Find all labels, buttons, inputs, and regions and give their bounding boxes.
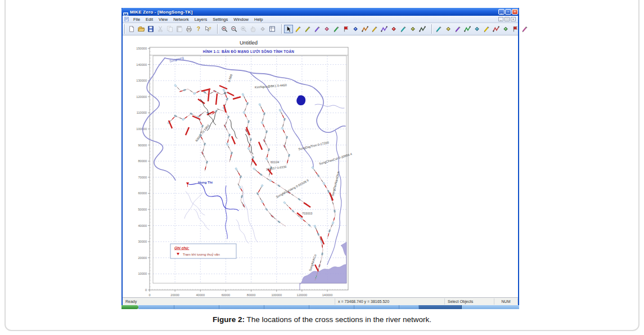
- edit-tool-3-icon[interactable]: [453, 25, 462, 33]
- document-icon: [124, 17, 129, 21]
- connect-branch-tool-icon[interactable]: [351, 25, 360, 33]
- svg-text:?: ?: [197, 26, 200, 32]
- taskbar-segment-5[interactable]: [309, 305, 354, 309]
- figure-page: MIKE Zero - [MongSong-TK] _ ▫ × FileEdit…: [0, 0, 644, 335]
- svg-text:120000: 120000: [136, 95, 147, 99]
- toolbar-group-1: ??: [125, 24, 214, 34]
- toolbar-group-3: [282, 24, 429, 34]
- save-file-icon[interactable]: [146, 25, 155, 33]
- toolbar-group-2: [218, 24, 278, 34]
- taskbar-segment-3[interactable]: [219, 305, 264, 309]
- edit-tool-8-icon[interactable]: [501, 25, 510, 33]
- tabular-view-tool-icon[interactable]: [418, 25, 427, 33]
- figure-label: Figure 2:: [213, 315, 245, 324]
- svg-text:50000: 50000: [138, 208, 147, 211]
- mike-zero-window: MIKE Zero - [MongSong-TK] _ ▫ × FileEdit…: [121, 8, 519, 305]
- map-title: HÌNH 1-1: BẢN ĐỒ MẠNG LƯỚI SÔNG TÍNH TOÁ…: [203, 48, 295, 53]
- svg-text:20000: 20000: [138, 256, 147, 260]
- edit-tool-1-icon[interactable]: [434, 25, 443, 33]
- insert-points-tool-icon[interactable]: [322, 25, 331, 33]
- taskbar-segment-8[interactable]: [419, 305, 462, 309]
- edit-tool-5-icon[interactable]: [472, 25, 481, 33]
- select-arrow-icon[interactable]: [284, 25, 293, 33]
- svg-text:703003: 703003: [302, 212, 312, 215]
- legend-title: Ghi chú:: [174, 246, 189, 250]
- svg-text:80000: 80000: [247, 293, 256, 297]
- auto-connect-tool-icon[interactable]: [370, 25, 379, 33]
- edit-tool-6-icon[interactable]: [482, 25, 491, 33]
- structure-tool-icon[interactable]: [408, 25, 417, 33]
- alignment-tool-icon[interactable]: [399, 25, 408, 33]
- mdi-minimize-button[interactable]: _: [498, 17, 503, 21]
- map-legend: Ghi chú: Trạm khí tượng thuỷ văn: [170, 244, 236, 258]
- svg-text:120000: 120000: [297, 293, 308, 297]
- context-help-icon[interactable]: ?: [204, 25, 213, 33]
- mdi-close-button[interactable]: ×: [511, 17, 516, 21]
- svg-text:130000: 130000: [136, 79, 147, 82]
- menu-layers[interactable]: Layers: [192, 16, 210, 23]
- edit-tool-9-icon[interactable]: [511, 25, 520, 33]
- svg-text:10000: 10000: [138, 272, 147, 275]
- window-titlebar[interactable]: MIKE Zero - [MongSong-TK] _ ▫ ×: [121, 8, 519, 16]
- define-branch-tool-icon[interactable]: [332, 25, 341, 33]
- open-file-icon[interactable]: [137, 25, 146, 33]
- zoom-in-icon[interactable]: [220, 25, 229, 33]
- menu-network[interactable]: Network: [170, 16, 192, 23]
- menu-window[interactable]: Window: [231, 16, 251, 23]
- print-icon[interactable]: [184, 25, 193, 33]
- toolbar: ??: [123, 23, 518, 35]
- svg-text:20000: 20000: [170, 293, 179, 297]
- window-title: MIKE Zero - [MongSong-TK]: [130, 10, 498, 15]
- svg-text:?: ?: [209, 26, 211, 31]
- taskbar-segment-9[interactable]: [462, 305, 519, 309]
- edit-tool-10-icon[interactable]: [520, 25, 529, 33]
- svg-text:40000: 40000: [196, 293, 205, 297]
- taskbar-segment-4[interactable]: [264, 305, 309, 309]
- new-file-icon[interactable]: [127, 25, 136, 33]
- edit-tool-2-icon[interactable]: [444, 25, 453, 33]
- split-branch-tool-icon[interactable]: [389, 25, 398, 33]
- app-icon: [123, 10, 128, 15]
- maximize-button[interactable]: ▫: [505, 9, 511, 15]
- taskbar-segment-2[interactable]: [174, 305, 219, 309]
- status-bar: Ready x = 73468.740 y = 38165.520 Select…: [123, 297, 518, 305]
- svg-text:140000: 140000: [322, 293, 333, 297]
- menu-settings[interactable]: Settings: [210, 16, 231, 23]
- minimize-button[interactable]: _: [498, 9, 505, 15]
- menu-bar: FileEditViewNetworkLayersSettingsWindowH…: [123, 16, 518, 23]
- map-doc-title: Untitled: [240, 39, 258, 46]
- delete-branch-tool-icon[interactable]: [341, 25, 350, 33]
- menu-edit[interactable]: Edit: [143, 16, 156, 23]
- legend-item-label: Trạm khí tượng thuỷ văn: [183, 253, 220, 256]
- start-button[interactable]: [121, 305, 138, 309]
- svg-text:110000: 110000: [137, 111, 147, 114]
- zoom-out-icon[interactable]: [229, 25, 238, 33]
- menu-help[interactable]: Help: [251, 16, 265, 23]
- taskbar-segment-6[interactable]: [354, 305, 399, 309]
- merge-branch-tool-icon[interactable]: [380, 25, 389, 33]
- taskbar-segment-7[interactable]: [399, 305, 419, 309]
- copy-icon: [165, 25, 174, 33]
- svg-text:60000: 60000: [138, 191, 147, 195]
- refresh-icon: [258, 25, 267, 33]
- edit-tool-4-icon[interactable]: [463, 25, 472, 33]
- zoom-extent-icon[interactable]: [268, 25, 277, 33]
- edit-tool-7-icon[interactable]: [492, 25, 501, 33]
- svg-text:80000: 80000: [138, 159, 147, 163]
- mdi-restore-button[interactable]: □: [505, 17, 510, 21]
- add-points-tool-icon[interactable]: [294, 25, 303, 33]
- windows-taskbar[interactable]: [121, 305, 519, 309]
- cut-icon: [156, 25, 165, 33]
- svg-text:60104: 60104: [271, 160, 279, 164]
- taskbar-segment-1[interactable]: [138, 305, 174, 309]
- close-button[interactable]: ×: [512, 9, 518, 15]
- svg-text:0: 0: [145, 288, 147, 292]
- menu-view[interactable]: View: [156, 16, 170, 23]
- move-points-tool-icon[interactable]: [313, 25, 322, 33]
- help-icon[interactable]: ?: [194, 25, 203, 33]
- menu-file[interactable]: File: [130, 16, 143, 23]
- disconnect-branch-tool-icon[interactable]: [361, 25, 370, 33]
- delete-points-tool-icon[interactable]: [303, 25, 312, 33]
- figure-caption-text: The locations of the cross sections in t…: [245, 315, 431, 324]
- map-document-area[interactable]: Untitled HÌNH 1-1: BẢN ĐỒ MẠNG LƯỚI SÔNG…: [123, 35, 518, 297]
